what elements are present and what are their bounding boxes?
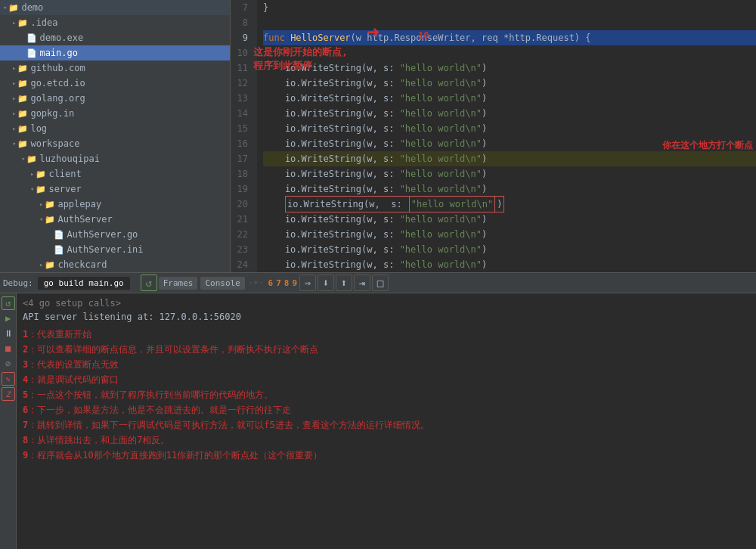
- code-line-13: io.WriteString(w, s: "hello world\n"): [263, 91, 756, 106]
- line-num-23: 23: [231, 242, 253, 257]
- arrow-icon: ▸: [12, 110, 16, 117]
- console-pause-button[interactable]: ⏸: [2, 327, 15, 340]
- sidebar-item-label: golang.org: [30, 93, 85, 104]
- run-to-cursor-button[interactable]: ⇥: [354, 274, 370, 291]
- sidebar-item-server[interactable]: ▾ 📁 server: [0, 181, 230, 197]
- console-output: <4 go setup calls> API server listening …: [17, 293, 756, 549]
- console-area: ↺ ▶ ⏸ ■ ⊘ ✎ Z <4 go setup calls> API ser…: [0, 293, 756, 549]
- line-num-11: 11: [231, 60, 253, 76]
- folder-icon: 📁: [17, 18, 28, 28]
- sidebar-item-label: workspace: [30, 138, 79, 149]
- code-line-21: io.WriteString(w, s: "hello world\n"): [263, 212, 756, 227]
- console-edit-button[interactable]: ✎: [2, 372, 15, 386]
- setup-calls-line: <4 go setup calls>: [23, 296, 750, 310]
- sidebar-item-luzhouqipai[interactable]: ▾ 📁 luzhouqipai: [0, 151, 230, 166]
- sidebar-item-label: demo.exe: [39, 33, 83, 43]
- code-editor: 7 8 9 10 11 12 13 14 15 16 17 18 19 20 2…: [231, 0, 756, 272]
- console-resume-button[interactable]: ▶: [2, 312, 15, 325]
- folder-icon: 📁: [8, 3, 19, 13]
- arrow-icon: ▸: [39, 200, 43, 208]
- sidebar-item-applepay[interactable]: ▸ 📁 applepay: [0, 197, 230, 212]
- file-tree: ▾ 📁 demo ▸ 📁 .idea ▸ 📄 demo.exe ▸ 📄 main…: [0, 0, 231, 272]
- sidebar-item-workspace[interactable]: ▾ 📁 workspace: [0, 136, 230, 151]
- console-rerun-button[interactable]: ↺: [2, 296, 15, 310]
- sidebar-item-demo[interactable]: ▾ 📁 demo: [0, 0, 230, 15]
- arrow-icon: ▸: [12, 95, 16, 102]
- arrow-icon: ▾: [21, 155, 25, 163]
- stop-button[interactable]: □: [372, 274, 389, 291]
- arrow-icon: ▸: [12, 64, 16, 72]
- debug-label: Debug:: [3, 278, 33, 288]
- step-out-button[interactable]: ⬆: [336, 274, 352, 291]
- frames-button[interactable]: Frames: [159, 277, 198, 290]
- arrow-icon: ▾: [39, 216, 43, 223]
- num-9-label: 9: [292, 278, 297, 288]
- sidebar-item-authserver[interactable]: ▾ 📁 AuthServer: [0, 212, 230, 227]
- step-over-button[interactable]: ⇒: [299, 274, 316, 291]
- folder-icon: 📁: [45, 200, 55, 209]
- line-num-19: 19: [231, 181, 253, 197]
- sidebar-item-label: AuthServer.go: [67, 229, 138, 240]
- debug-tab[interactable]: go build main.go: [38, 277, 130, 290]
- line-num-8: 8: [231, 15, 253, 30]
- sidebar-item-client[interactable]: ▸ 📁 client: [0, 166, 230, 181]
- code-line-10: [263, 45, 756, 60]
- sidebar-item-idea[interactable]: ▸ 📁 .idea: [0, 15, 230, 30]
- arrow-icon: ▾: [3, 4, 7, 11]
- sidebar-item-gopkg[interactable]: ▸ 📁 gopkg.in: [0, 106, 230, 121]
- line-numbers: 7 8 9 10 11 12 13 14 15 16 17 18 19 20 2…: [231, 0, 257, 272]
- sidebar-item-label: .idea: [30, 17, 57, 28]
- code-content: } func HelloServer(w http.ResponseWriter…: [257, 0, 756, 272]
- sidebar-item-label: gopkg.in: [30, 108, 74, 119]
- line-num-9: 9: [231, 30, 253, 45]
- rerun-button[interactable]: ↺: [141, 274, 157, 291]
- file-go-icon: 📄: [26, 48, 37, 58]
- line-num-16: 16: [231, 136, 253, 151]
- step-into-button[interactable]: ⬇: [318, 274, 334, 291]
- sidebar-item-label: AuthServer: [57, 214, 112, 225]
- debug-toolbar: Debug: go build main.go ↺ Frames Console…: [0, 272, 756, 293]
- sidebar-item-checkcard[interactable]: ▸ 📁 checkcard: [0, 257, 230, 272]
- sidebar-item-main-go[interactable]: ▸ 📄 main.go: [0, 45, 230, 60]
- code-line-11: io.WriteString(w, s: "hello world\n"): [263, 60, 756, 76]
- api-server-line: API server listening at: 127.0.0.1:56020: [23, 310, 750, 324]
- folder-icon: 📁: [17, 139, 28, 149]
- annotation-8: 8：从详情跳出去，和上面的7相反。: [23, 433, 750, 448]
- arrow-icon: ▾: [12, 140, 16, 147]
- code-line-16: io.WriteString(w, s: "hello world\n"): [263, 136, 756, 151]
- annotation-1: 1：代表重新开始: [23, 327, 750, 342]
- console-mute-button[interactable]: ⊘: [2, 357, 15, 371]
- folder-icon: 📁: [17, 124, 28, 134]
- folder-icon: 📁: [45, 215, 55, 225]
- file-icon: 📄: [54, 245, 64, 255]
- breakpoint-box: io.WriteString(w, s:: [285, 196, 410, 212]
- folder-icon: 📁: [36, 185, 46, 194]
- console-button[interactable]: Console: [200, 277, 244, 290]
- sidebar-item-golang[interactable]: ▸ 📁 golang.org: [0, 91, 230, 106]
- annotation-5: 5：一点这个按钮，就到了程序执行到当前哪行的代码的地方。: [23, 387, 750, 402]
- arrow-icon: ▸: [12, 125, 16, 132]
- sidebar-item-log[interactable]: ▸ 📁 log: [0, 121, 230, 136]
- console-z-button[interactable]: Z: [2, 387, 15, 401]
- sidebar-item-etcd[interactable]: ▸ 📁 go.etcd.io: [0, 76, 230, 91]
- annotation-6: 6：下一步，如果是方法，他是不会跳进去的。就是一行行的往下走: [23, 402, 750, 417]
- console-stop-button[interactable]: ■: [2, 342, 15, 355]
- code-line-7: }: [263, 0, 756, 15]
- annotation-2: 2：可以查看详细的断点信息，并且可以设置条件，判断执不执行这个断点: [23, 342, 750, 357]
- sidebar-item-github[interactable]: ▸ 📁 github.com: [0, 60, 230, 76]
- arrow-icon: ▸: [12, 19, 16, 26]
- line-num-10: 10: [231, 45, 253, 60]
- sidebar-item-authserver-ini[interactable]: ▸ 📄 AuthServer.ini: [0, 242, 230, 257]
- sidebar-item-label: main.go: [39, 48, 78, 58]
- num-8-label: 8: [284, 278, 290, 288]
- sidebar-item-label: demo: [21, 2, 43, 13]
- sidebar-item-label: applepay: [57, 199, 101, 209]
- code-line-14: io.WriteString(w, s: "hello world\n"): [263, 106, 756, 121]
- num-6-label: 6: [268, 278, 274, 288]
- sidebar-item-demo-exe[interactable]: ▸ 📄 demo.exe: [0, 30, 230, 45]
- code-line-17: io.WriteString(w, s: "hello world\n"): [263, 151, 756, 166]
- sidebar-item-authserver-go[interactable]: ▸ 📄 AuthServer.go: [0, 227, 230, 242]
- line-num-13: 13: [231, 91, 253, 106]
- line-num-12: 12: [231, 76, 253, 91]
- folder-icon: 📁: [17, 109, 28, 119]
